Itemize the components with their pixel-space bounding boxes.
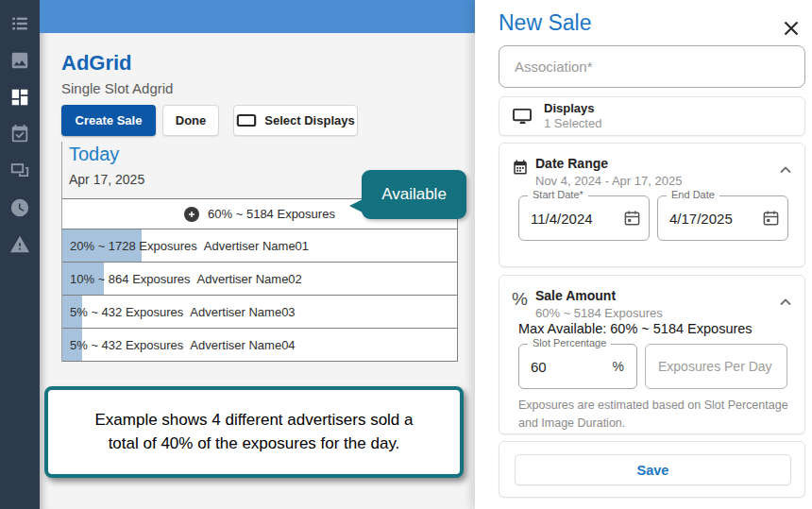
exposures-note: Exposures are estimated based on Slot Pe…	[518, 397, 800, 433]
exposures-per-day-input[interactable]	[646, 345, 787, 388]
new-sale-panel: New Sale Displays 1 Selected Date Range …	[475, 0, 812, 509]
calendar-picker-icon[interactable]	[762, 210, 780, 228]
select-displays-label: Select Displays	[264, 113, 354, 127]
page-subtitle: Single Slot Adgrid	[61, 80, 173, 96]
warning-icon[interactable]	[8, 233, 31, 256]
end-date-field[interactable]: End Date	[657, 195, 788, 241]
clock-icon[interactable]	[8, 196, 31, 219]
displays-label: Displays	[544, 101, 601, 116]
advertiser-row[interactable]: 20% ~ 1728 Exposures Advertiser Name01	[62, 229, 457, 263]
row-advertiser: Advertiser Name01	[204, 239, 309, 253]
advertiser-row[interactable]: 10% ~ 864 Exposures Advertiser Name02	[62, 263, 457, 296]
select-displays-button[interactable]: Select Displays	[233, 105, 358, 136]
calendar-picker-icon[interactable]	[623, 210, 641, 228]
association-input[interactable]	[499, 46, 804, 87]
sale-amount-label: Sale Amount	[535, 288, 616, 303]
percent-icon: %	[512, 289, 528, 310]
row-advertiser: Advertiser Name02	[197, 272, 302, 286]
add-sale-icon[interactable]	[184, 207, 199, 222]
sale-amount-summary: 60% ~ 5184 Exposures	[535, 306, 663, 320]
sale-amount-section: % Sale Amount 60% ~ 5184 Exposures Max A…	[499, 275, 805, 434]
date-range-summary: Nov 4, 2024 - Apr 17, 2025	[535, 174, 682, 188]
row-amount: 5% ~ 432 Exposures	[70, 305, 183, 319]
toolbar: Create Sale Done Select Displays	[61, 105, 358, 136]
row-amount: 10% ~ 864 Exposures	[70, 272, 191, 286]
save-section: Save	[499, 441, 805, 498]
row-amount: 5% ~ 432 Exposures	[70, 338, 183, 352]
list-icon[interactable]	[8, 12, 31, 35]
date-range-section: Date Range Nov 4, 2024 - Apr 17, 2025 St…	[499, 143, 805, 267]
save-button[interactable]: Save	[515, 454, 791, 485]
monitor-icon	[512, 108, 533, 126]
start-date-field[interactable]: Start Date*	[518, 195, 650, 241]
chevron-up-icon[interactable]	[780, 293, 791, 300]
adgrid-dashboard-icon[interactable]	[8, 86, 31, 109]
advertiser-row[interactable]: 5% ~ 432 Exposures Advertiser Name03	[62, 296, 457, 329]
slot-percentage-input[interactable]	[519, 345, 589, 388]
image-icon[interactable]	[8, 49, 31, 72]
main-content: AdGrid Single Slot Adgrid Create Sale Do…	[40, 33, 477, 509]
annotation-box: Example shows 4 different advertisers so…	[44, 386, 464, 478]
page-title: AdGrid	[61, 51, 132, 76]
create-sale-button[interactable]: Create Sale	[61, 105, 156, 136]
start-date-label: Start Date*	[528, 189, 588, 200]
date-range-label: Date Range	[535, 156, 608, 171]
available-callout: Available	[362, 170, 466, 219]
calendar-icon	[512, 159, 529, 179]
slot-percentage-label: Slot Percentage	[528, 337, 611, 348]
calendar-check-icon[interactable]	[8, 123, 31, 145]
percent-suffix: %	[613, 359, 624, 374]
row-amount: 20% ~ 1728 Exposures	[70, 239, 197, 253]
max-available-text: Max Available: 60% ~ 5184 Exposures	[518, 321, 753, 336]
exposures-per-day-field[interactable]	[645, 344, 787, 389]
day-label: Today	[62, 142, 458, 165]
sidebar	[0, 0, 40, 509]
association-field[interactable]	[499, 45, 805, 88]
row-advertiser: Advertiser Name04	[190, 338, 295, 352]
main-header-bar	[40, 0, 477, 33]
start-date-input[interactable]	[519, 196, 617, 240]
displays-icon[interactable]	[8, 160, 31, 182]
done-button[interactable]: Done	[162, 105, 219, 136]
displays-selector[interactable]: Displays 1 Selected	[499, 96, 805, 136]
available-amount: 60% ~ 5184 Exposures	[208, 207, 335, 221]
end-date-input[interactable]	[658, 196, 755, 240]
chevron-up-icon[interactable]	[780, 161, 791, 168]
advertiser-row[interactable]: 5% ~ 432 Exposures Advertiser Name04	[62, 329, 457, 362]
slot-percentage-field[interactable]: Slot Percentage %	[518, 344, 637, 389]
display-icon	[236, 113, 257, 127]
close-icon[interactable]	[783, 20, 800, 37]
row-advertiser: Advertiser Name03	[190, 305, 295, 319]
app-window: AdGrid Single Slot Adgrid Create Sale Do…	[0, 0, 812, 509]
adgrid-table: 60% ~ 5184 Exposures 20% ~ 1728 Exposure…	[62, 198, 458, 362]
end-date-label: End Date	[667, 189, 719, 200]
displays-status: 1 Selected	[544, 116, 601, 131]
panel-title: New Sale	[499, 10, 591, 36]
